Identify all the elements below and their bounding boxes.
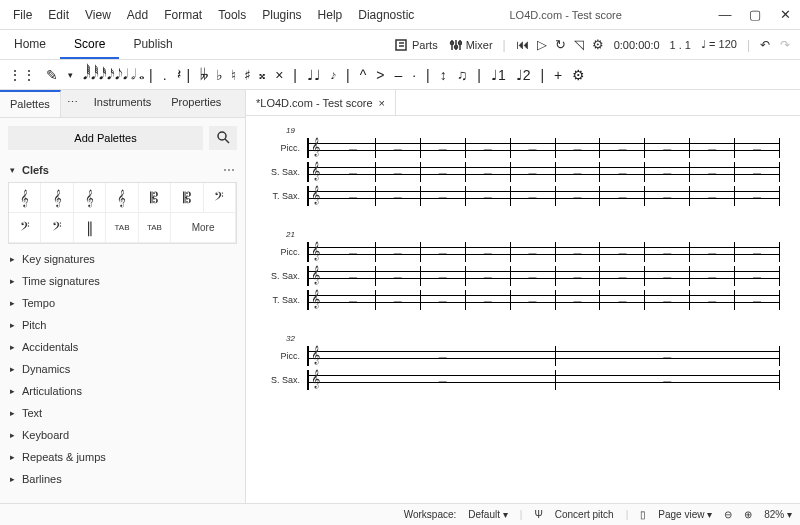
measure[interactable]: —: [511, 138, 556, 158]
measure[interactable]: —: [556, 242, 601, 262]
staccato-button[interactable]: ·: [412, 67, 416, 83]
parts-button[interactable]: Parts: [394, 38, 438, 52]
palette-section-accidentals[interactable]: ▸Accidentals: [8, 336, 237, 358]
panel-tab-more[interactable]: ⋯: [61, 90, 84, 117]
measure[interactable]: —: [511, 290, 556, 310]
measure[interactable]: —: [331, 266, 376, 286]
view-mode-select[interactable]: Page view ▾: [658, 509, 712, 520]
accent-button[interactable]: >: [376, 67, 384, 83]
menu-tools[interactable]: Tools: [211, 4, 253, 26]
measure[interactable]: —: [556, 346, 781, 366]
clef-cell-5[interactable]: 𝄡: [171, 183, 203, 213]
staff[interactable]: 𝄞——————————: [307, 242, 780, 262]
measure[interactable]: —: [331, 370, 556, 390]
measure[interactable]: —: [690, 290, 735, 310]
palette-section-dynamics[interactable]: ▸Dynamics: [8, 358, 237, 380]
staff[interactable]: 𝄞——————————: [307, 266, 780, 286]
measure[interactable]: —: [376, 186, 421, 206]
measure[interactable]: —: [511, 242, 556, 262]
menu-edit[interactable]: Edit: [41, 4, 76, 26]
cross-button[interactable]: ×: [275, 67, 283, 83]
measure[interactable]: —: [600, 186, 645, 206]
measure[interactable]: —: [421, 138, 466, 158]
palette-section-time-signatures[interactable]: ▸Time signatures: [8, 270, 237, 292]
measure[interactable]: —: [331, 290, 376, 310]
measure[interactable]: —: [376, 242, 421, 262]
panel-tab-palettes[interactable]: Palettes: [0, 90, 61, 117]
measure[interactable]: —: [556, 266, 601, 286]
add-palettes-button[interactable]: Add Palettes: [8, 126, 203, 150]
flip-button[interactable]: ↕: [440, 67, 447, 83]
measure[interactable]: —: [466, 242, 511, 262]
search-palettes-button[interactable]: [209, 126, 237, 150]
redo-button[interactable]: ↷: [780, 38, 790, 52]
tab-score[interactable]: Score: [60, 31, 119, 59]
menu-format[interactable]: Format: [157, 4, 209, 26]
measure[interactable]: —: [556, 370, 781, 390]
measure[interactable]: —: [511, 266, 556, 286]
measure[interactable]: —: [645, 242, 690, 262]
measure[interactable]: —: [466, 138, 511, 158]
palette-section-tempo[interactable]: ▸Tempo: [8, 292, 237, 314]
dot-button[interactable]: .: [163, 67, 167, 83]
menu-file[interactable]: File: [6, 4, 39, 26]
clef-cell-11[interactable]: TAB: [139, 213, 171, 243]
measure[interactable]: —: [735, 186, 780, 206]
measure[interactable]: —: [556, 162, 601, 182]
slur-button[interactable]: 𝆔: [331, 66, 336, 83]
accidental-3[interactable]: ♯: [244, 67, 251, 83]
clef-cell-0[interactable]: 𝄞: [9, 183, 41, 213]
measure[interactable]: —: [690, 242, 735, 262]
clef-cell-7[interactable]: 𝄢: [9, 213, 41, 243]
panel-tab-properties[interactable]: Properties: [161, 90, 231, 117]
add-button[interactable]: +: [554, 67, 562, 83]
accidental-2[interactable]: ♮: [231, 67, 236, 83]
palette-section-key-signatures[interactable]: ▸Key signatures: [8, 248, 237, 270]
close-button[interactable]: ✕: [770, 0, 800, 30]
marcato-button[interactable]: ^: [360, 67, 367, 83]
measure[interactable]: —: [466, 266, 511, 286]
palette-section-text[interactable]: ▸Text: [8, 402, 237, 424]
score-view[interactable]: 19Picc.𝄞——————————S. Sax.𝄞——————————T. S…: [246, 116, 800, 503]
clefs-more-icon[interactable]: ⋯: [223, 163, 235, 177]
metronome-button[interactable]: ◹: [574, 37, 584, 52]
clefs-section-header[interactable]: ▾Clefs⋯: [8, 158, 237, 182]
clef-cell-4[interactable]: 𝄡: [139, 183, 171, 213]
measure[interactable]: —: [690, 162, 735, 182]
measure[interactable]: —: [376, 266, 421, 286]
tenuto-button[interactable]: –: [394, 67, 402, 83]
measure[interactable]: —: [331, 138, 376, 158]
document-tab[interactable]: *LO4D.com - Test score ×: [246, 90, 396, 115]
play-button[interactable]: ▷: [537, 37, 547, 52]
measure[interactable]: —: [376, 138, 421, 158]
measure[interactable]: —: [645, 138, 690, 158]
staff[interactable]: 𝄞——————————: [307, 138, 780, 158]
tie-button[interactable]: ♩♩: [307, 67, 321, 83]
clef-cell-6[interactable]: 𝄢: [204, 183, 236, 213]
palette-section-pitch[interactable]: ▸Pitch: [8, 314, 237, 336]
note-input-button[interactable]: ✎: [46, 67, 58, 83]
voice1-button[interactable]: ♩1: [491, 67, 506, 83]
measure[interactable]: —: [466, 162, 511, 182]
accidental-1[interactable]: ♭: [216, 67, 223, 83]
menu-diagnostic[interactable]: Diagnostic: [351, 4, 421, 26]
palette-section-barlines[interactable]: ▸Barlines: [8, 468, 237, 490]
clef-cell-3[interactable]: 𝄞: [106, 183, 138, 213]
rewind-button[interactable]: ⏮: [516, 37, 529, 52]
measure[interactable]: —: [556, 186, 601, 206]
measure[interactable]: —: [421, 290, 466, 310]
measure[interactable]: —: [331, 346, 556, 366]
measure[interactable]: —: [331, 162, 376, 182]
tab-home[interactable]: Home: [0, 31, 60, 59]
staff[interactable]: 𝄞——: [307, 346, 780, 366]
zoom-in-button[interactable]: ⊕: [744, 509, 752, 520]
measure[interactable]: —: [376, 290, 421, 310]
measure[interactable]: —: [645, 266, 690, 286]
palette-section-repeats-jumps[interactable]: ▸Repeats & jumps: [8, 446, 237, 468]
menu-plugins[interactable]: Plugins: [255, 4, 308, 26]
measure[interactable]: —: [735, 162, 780, 182]
maximize-button[interactable]: ▢: [740, 0, 770, 30]
measure[interactable]: —: [331, 186, 376, 206]
menu-view[interactable]: View: [78, 4, 118, 26]
measure[interactable]: —: [466, 186, 511, 206]
